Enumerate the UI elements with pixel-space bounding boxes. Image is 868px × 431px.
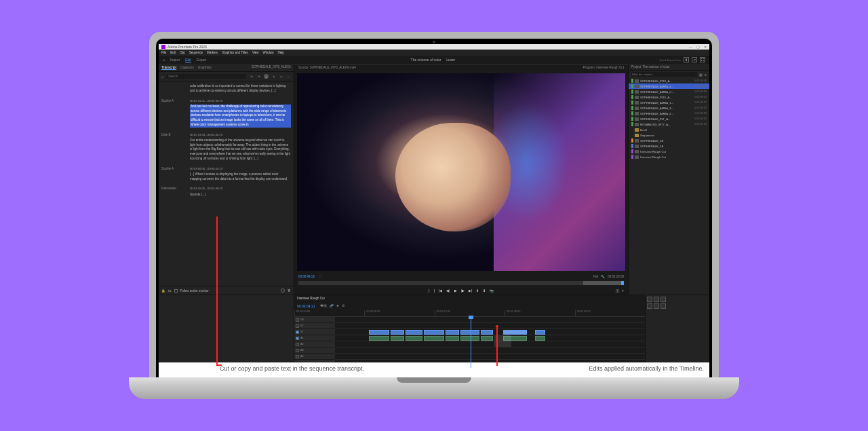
redo-icon[interactable]: ↷ <box>256 74 261 79</box>
tab-graphics[interactable]: Graphics <box>198 65 212 70</box>
scrub-bar[interactable] <box>298 281 624 285</box>
menu-file[interactable]: File <box>161 51 166 54</box>
project-item[interactable]: SOPHIEDALE_INT6_A...5:00:00:00 <box>629 78 709 83</box>
play-button[interactable]: ▶ <box>454 288 457 293</box>
export-frame-button[interactable]: 📷 <box>490 288 494 293</box>
project-item[interactable]: SOPHIEDALE_2A <box>629 143 709 149</box>
video-clip[interactable] <box>446 330 459 335</box>
zoom-level[interactable]: Full <box>593 275 598 278</box>
menu-view[interactable]: View <box>252 51 259 54</box>
tab-edit[interactable]: Edit <box>185 58 191 62</box>
add-button[interactable]: + <box>622 288 624 293</box>
project-item[interactable]: SOPHIEDALE_2B <box>629 138 709 143</box>
search-icon[interactable]: ⌕ <box>161 75 163 79</box>
lift-button[interactable]: ⬆ <box>476 288 479 293</box>
fit-dropdown[interactable]: ⬚ <box>319 275 322 278</box>
share-icon[interactable]: ↗ <box>692 57 697 62</box>
tab-captions[interactable]: Captions <box>180 65 194 70</box>
project-filter-input[interactable] <box>631 72 697 77</box>
project-item[interactable]: Interview Rough Cut <box>629 149 709 154</box>
menu-graphics[interactable]: Graphics and Titles <box>222 51 248 54</box>
tab-export[interactable]: Export <box>197 58 206 62</box>
compare-button[interactable]: ◫ <box>616 288 619 293</box>
project-item[interactable]: B-roll <box>629 127 709 132</box>
tool-pen[interactable] <box>660 303 666 309</box>
audio-clip[interactable] <box>460 336 479 341</box>
menu-help[interactable]: Help <box>278 51 284 54</box>
audio-clip[interactable] <box>391 336 404 341</box>
video-clip[interactable] <box>391 330 404 335</box>
transcript-entry[interactable]: Sophie A 00:03:00:00 - 00:03:44:23 [...]… <box>161 167 291 182</box>
project-item[interactable]: SOPHIEDALE_AMBA_3...5:00:00:00 <box>629 105 709 111</box>
maximize-button[interactable]: ▢ <box>696 45 700 49</box>
transcript-text[interactable]: color calibration is so important to cor… <box>190 84 291 94</box>
transcript-entry[interactable]: Interviewer 00:03:45:05 - 00:02:48:23 So… <box>161 187 291 197</box>
step-fwd-button[interactable]: |▶ <box>461 288 465 293</box>
video-clip[interactable] <box>369 330 389 335</box>
transcript-entry[interactable]: color calibration is so important to cor… <box>161 84 291 94</box>
timeline-playhead[interactable] <box>471 317 471 368</box>
go-out-button[interactable]: ▶| <box>469 288 472 293</box>
menu-clip[interactable]: Clip <box>180 51 185 54</box>
tool-razor[interactable] <box>647 303 652 309</box>
home-icon[interactable]: ⌂ <box>163 58 165 62</box>
project-item[interactable]: SOPHIEDALE_AMBA_4...5:00:00:00 <box>629 83 709 89</box>
trash-icon[interactable]: 🗑 <box>288 288 291 293</box>
track-a3[interactable]: A3 <box>294 348 335 354</box>
project-item[interactable]: SOPHIEDALE_AMBA_1...5:00:00:00 <box>629 100 709 105</box>
workspace-label[interactable]: Learn <box>446 58 455 62</box>
tool-selection[interactable] <box>647 297 652 302</box>
timeline-timecode[interactable]: 00:02:04:11 <box>297 304 315 308</box>
speaker-icon[interactable]: ● <box>264 74 269 79</box>
split-icon[interactable]: ✂ <box>279 74 283 79</box>
transcript-text[interactable]: Sounds [...] <box>190 193 291 198</box>
project-item[interactable]: SOPHIEDALE_AMBA_2...5:00:00:00 <box>629 89 709 94</box>
project-item[interactable]: ROSAMUND_INT7_A...5:00:00:00 <box>629 121 709 127</box>
link-icon[interactable]: 🔗 <box>330 304 334 307</box>
follow-checkbox[interactable] <box>174 289 178 293</box>
wrench-icon[interactable]: 🔧 <box>601 275 605 278</box>
project-item[interactable]: Sequences <box>629 132 709 138</box>
record-icon[interactable] <box>281 288 285 293</box>
video-clip[interactable] <box>424 330 444 335</box>
track-a1[interactable]: A1 <box>294 335 335 341</box>
current-timecode[interactable]: 00:00:49:13 <box>298 275 315 278</box>
transcript-entry[interactable]: Sophie A 00:02:01:21 - 00:02:30:23 And l… <box>161 99 291 128</box>
mark-out-button[interactable]: } <box>433 288 435 293</box>
menu-markers[interactable]: Markers <box>207 51 218 54</box>
list-view-icon[interactable]: ≡ <box>705 73 707 77</box>
audio-clip[interactable] <box>446 336 459 341</box>
video-clip[interactable] <box>535 330 545 335</box>
cc-icon[interactable]: cc <box>168 289 172 293</box>
audio-clip[interactable] <box>535 336 545 341</box>
tool-slip[interactable] <box>654 303 659 309</box>
transcript-body[interactable]: color calibration is so important to cor… <box>159 81 294 286</box>
timeline-seq-name[interactable]: Interview Rough Cut <box>297 297 325 300</box>
add-icon[interactable]: ✎ <box>271 74 276 79</box>
program-monitor[interactable] <box>297 73 625 271</box>
tool-track[interactable] <box>654 297 659 302</box>
video-clip[interactable] <box>481 330 493 335</box>
minimize-button[interactable]: — <box>689 45 692 49</box>
export-icon[interactable]: ⬆ <box>684 57 689 62</box>
transcript-entry[interactable]: Dale B 00:02:31:03 - 00:02:40:23 Our ent… <box>161 133 291 162</box>
audio-clip[interactable] <box>406 336 422 341</box>
project-bin-list[interactable]: SOPHIEDALE_INT6_A...5:00:00:00SOPHIEDALE… <box>629 78 709 295</box>
extract-button[interactable]: ⬇ <box>483 288 486 293</box>
track-a4[interactable]: A4 <box>294 354 335 360</box>
transcript-text[interactable]: [...] When it comes to displaying the im… <box>190 172 291 182</box>
fullscreen-icon[interactable]: ⛶ <box>700 57 705 62</box>
tab-transcript[interactable]: Transcript <box>161 65 176 70</box>
lock-icon[interactable]: 🔒 <box>161 289 165 293</box>
new-bin-icon[interactable]: ▦ <box>699 73 703 77</box>
audio-clip[interactable] <box>369 336 389 341</box>
project-item[interactable]: SOPHIEDALE_INT6_A...5:00:00:00 <box>629 94 709 100</box>
transcript-text[interactable]: Our entire understanding of the universe… <box>190 138 291 162</box>
track-content[interactable] <box>335 317 645 368</box>
mark-in-button[interactable]: { <box>429 288 430 293</box>
audio-clip[interactable] <box>481 336 493 341</box>
go-in-button[interactable]: |◀ <box>439 288 442 293</box>
track-v2[interactable]: V2 <box>294 323 335 329</box>
marker-icon[interactable]: ◈ <box>336 304 339 307</box>
step-back-button[interactable]: ◀| <box>446 288 450 293</box>
